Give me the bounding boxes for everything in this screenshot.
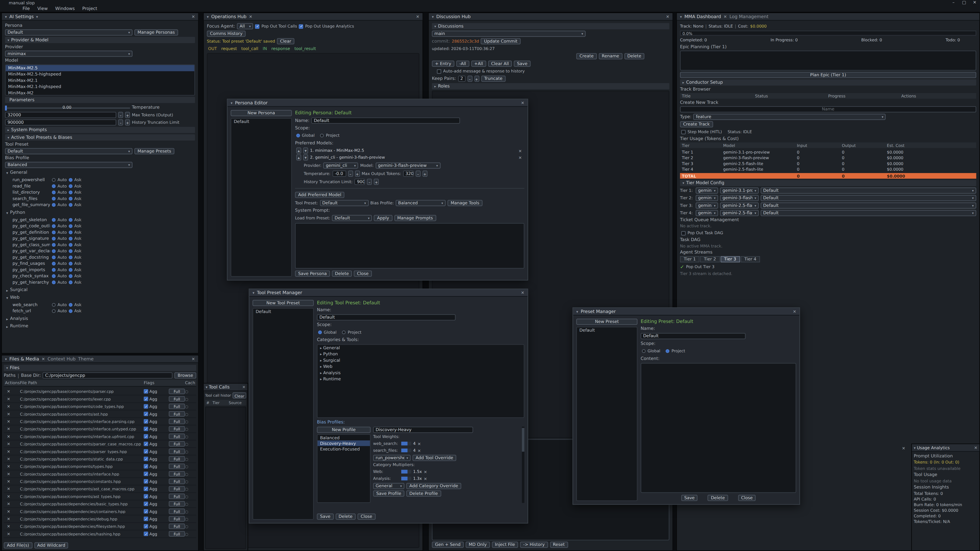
remove-file-button[interactable] (5, 509, 20, 514)
delete-persona-button[interactable]: Delete (332, 270, 352, 276)
maximize-button[interactable]: ▢ (961, 0, 967, 5)
profile-name-input[interactable]: Discovery-Heavy (373, 427, 473, 433)
create-discussion-button[interactable]: Create (576, 53, 597, 59)
max-tokens-input[interactable]: 32000 (5, 112, 116, 118)
close-icon[interactable] (416, 14, 419, 19)
entry-action-button[interactable]: -All (456, 61, 469, 67)
remove-weight-button[interactable] (417, 448, 421, 453)
preset-name-input[interactable]: Default (641, 333, 746, 339)
remove-weight-button[interactable] (417, 441, 421, 446)
panel-caret-icon[interactable] (680, 14, 682, 19)
auto-toggle[interactable] (52, 184, 56, 188)
category-override-select[interactable]: General (373, 483, 404, 489)
close-window-button[interactable]: ✕ (972, 0, 977, 5)
model-select[interactable]: gemini-3-flash-preview (375, 162, 441, 168)
full-button[interactable]: Full (169, 426, 185, 432)
provider-model-section[interactable]: Provider & Model (5, 37, 195, 43)
plus-button[interactable] (422, 171, 428, 177)
save-persona-button[interactable]: Save Persona (295, 270, 330, 276)
bias-profile-list-item[interactable]: Balanced (318, 435, 370, 440)
agg-checkbox[interactable] (144, 412, 148, 416)
temperature-slider[interactable]: 0.00 (5, 105, 130, 110)
remove-file-button[interactable] (5, 396, 20, 402)
close-icon[interactable] (521, 290, 524, 295)
move-up-button[interactable] (296, 154, 301, 160)
add-tool-override-button[interactable]: Add Tool Override (412, 455, 456, 461)
panel-caret-icon[interactable] (432, 14, 434, 19)
ask-toggle[interactable] (68, 274, 73, 278)
stream-tab[interactable]: Tier 1 (680, 256, 700, 262)
agg-checkbox[interactable] (144, 524, 148, 529)
agg-checkbox[interactable] (144, 457, 148, 461)
rename-discussion-button[interactable]: Rename (599, 53, 622, 59)
minus-button[interactable] (118, 112, 123, 118)
ask-toggle[interactable] (68, 237, 73, 241)
tier-preset-select[interactable]: Default (760, 210, 976, 216)
log-management-tab[interactable]: Log Management (729, 14, 768, 19)
tier-provider-select[interactable]: gemini (696, 202, 718, 208)
track-name-input[interactable]: Name (680, 106, 976, 112)
scope-project-radio[interactable] (320, 134, 324, 138)
mma-dashboard-tab[interactable]: MMA Dashboard (684, 14, 721, 19)
category-tree-item[interactable]: Python (318, 351, 524, 357)
tab-close-icon[interactable] (249, 14, 252, 19)
remove-file-button[interactable] (5, 449, 20, 454)
auto-toggle[interactable] (52, 274, 56, 278)
remove-file-button[interactable] (5, 411, 20, 416)
epic-prompt-input[interactable] (680, 51, 976, 70)
model-list-item[interactable]: MiniMax-M2.5 (6, 65, 194, 71)
agg-checkbox[interactable] (144, 494, 148, 499)
remove-model-button[interactable] (519, 155, 522, 160)
full-button[interactable]: Full (169, 411, 185, 416)
agg-checkbox[interactable] (144, 532, 148, 536)
tier-model-select[interactable]: gemini-3.1-pro-preview (720, 187, 759, 194)
remove-file-button[interactable] (5, 404, 20, 409)
remove-file-button[interactable] (5, 501, 20, 507)
composer-button[interactable]: Gen + Send (432, 541, 464, 548)
menu-item[interactable]: Windows (55, 6, 75, 11)
menu-item[interactable]: File (22, 6, 30, 11)
group-runtime[interactable]: Runtime (5, 323, 195, 329)
add-preferred-model-button[interactable]: Add Preferred Model (295, 192, 345, 198)
remove-file-button[interactable] (5, 486, 20, 492)
bias-profile-list-item[interactable]: Discovery-Heavy (318, 441, 370, 446)
close-icon[interactable] (192, 356, 195, 362)
persona-select[interactable]: Default (5, 29, 133, 35)
ai-settings-tab[interactable]: AI Settings (10, 14, 34, 19)
auto-toggle[interactable] (52, 243, 56, 247)
close-icon[interactable] (242, 384, 245, 390)
remove-multiplier-button[interactable] (424, 476, 427, 481)
system-prompt-input[interactable] (295, 223, 525, 268)
tier-model-select[interactable]: gemini-2.5-flash-lite (720, 202, 759, 208)
manage-personas-button[interactable]: Manage Personas (135, 29, 178, 35)
add-wildcard-button[interactable]: Add Wildcard (34, 542, 68, 548)
tier-provider-select[interactable]: gemini (696, 195, 718, 201)
composer-button[interactable]: Inject File (492, 541, 518, 548)
close-icon[interactable] (192, 14, 195, 19)
auto-toggle[interactable] (52, 237, 56, 241)
tool-preset-select[interactable]: Default (5, 148, 133, 154)
agg-checkbox[interactable] (144, 427, 148, 431)
add-category-override-button[interactable]: Add Category Override (406, 483, 461, 489)
minus-button[interactable] (367, 179, 372, 185)
remove-model-button[interactable] (519, 148, 522, 153)
provider-select[interactable]: minimax (5, 51, 133, 57)
keep-pairs-input[interactable]: 2 (458, 76, 465, 82)
pop-out-usage-analytics-checkbox[interactable] (299, 24, 303, 28)
save-preset-button[interactable]: Save (681, 495, 698, 501)
provider-select[interactable]: gemini_cli (323, 162, 358, 168)
minus-button[interactable] (415, 171, 421, 177)
auto-toggle[interactable] (52, 249, 56, 253)
close-icon[interactable] (521, 100, 524, 106)
parameters-section[interactable]: Parameters (5, 97, 195, 103)
step-mode-checkbox[interactable] (681, 130, 686, 134)
preset-content-input[interactable] (641, 363, 796, 493)
apply-button[interactable]: Apply (374, 215, 392, 221)
dialog-caret-icon[interactable] (231, 100, 232, 106)
browse-button[interactable]: Browse (175, 372, 196, 379)
delete-preset-button[interactable]: Delete (708, 495, 728, 501)
ask-toggle[interactable] (68, 281, 73, 284)
full-button[interactable]: Full (169, 396, 185, 402)
move-down-button[interactable] (303, 154, 308, 160)
auto-toggle[interactable] (52, 230, 56, 234)
